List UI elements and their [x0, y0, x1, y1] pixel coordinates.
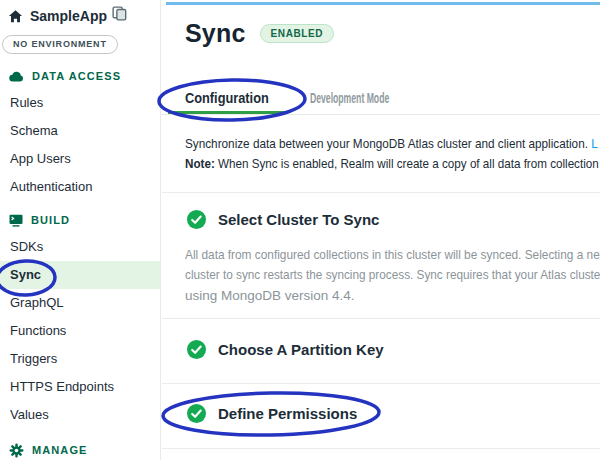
sidebar-item-graphql[interactable]: GraphQL — [0, 289, 160, 317]
app-header[interactable]: SampleApp — [0, 0, 160, 26]
sidebar-item-sdks[interactable]: SDKs — [0, 233, 160, 261]
sidebar-item-app-users[interactable]: App Users — [0, 145, 160, 173]
realm-sync-page: SampleApp NO ENVIRONMENT DATA ACCESS Rul… — [0, 0, 600, 460]
step-title: Define Permissions — [218, 405, 357, 422]
sidebar: SampleApp NO ENVIRONMENT DATA ACCESS Rul… — [0, 0, 161, 460]
environment-badge: NO ENVIRONMENT — [2, 35, 118, 54]
section-header-manage: MANAGE — [0, 443, 160, 457]
sidebar-item-rules[interactable]: Rules — [0, 89, 160, 117]
status-badge: ENABLED — [260, 24, 335, 43]
step-description-line: cluster to sync restarts the syncing pro… — [185, 267, 600, 282]
check-circle-icon — [187, 340, 206, 359]
step-choose-partition-key: Choose A Partition Key — [187, 340, 384, 359]
step-select-cluster: Select Cluster To Sync — [187, 210, 379, 229]
divider — [162, 318, 600, 319]
divider — [162, 192, 600, 193]
learn-more-link[interactable]: L — [591, 136, 598, 151]
app-name: SampleApp — [30, 8, 107, 24]
note-text: Note: When Sync is enabled, Realm will c… — [185, 156, 599, 171]
note-sentence: When Sync is enabled, Realm will create … — [215, 156, 599, 171]
step-title: Select Cluster To Sync — [218, 211, 379, 228]
divider — [162, 448, 600, 449]
sidebar-item-sync[interactable]: Sync — [0, 261, 160, 289]
sidebar-item-triggers[interactable]: Triggers — [0, 345, 160, 373]
page-title: Sync — [185, 19, 246, 48]
sidebar-item-functions[interactable]: Functions — [0, 317, 160, 345]
step-description-line: All data from configured collections in … — [185, 247, 600, 262]
home-icon — [8, 9, 23, 24]
section-header-build: BUILD — [0, 213, 160, 227]
divider — [162, 383, 600, 384]
tab-development-mode[interactable]: Development Mode — [310, 90, 389, 106]
section-header-data-access: DATA ACCESS — [0, 69, 160, 83]
step-title: Choose A Partition Key — [218, 341, 384, 358]
sidebar-item-values[interactable]: Values — [0, 401, 160, 429]
title-row: Sync ENABLED — [185, 19, 334, 48]
section-label: MANAGE — [32, 444, 88, 456]
note-label: Note: — [185, 156, 215, 171]
section-label: DATA ACCESS — [32, 70, 121, 82]
gear-icon — [9, 443, 24, 458]
sidebar-item-authentication[interactable]: Authentication — [0, 173, 160, 201]
check-circle-icon — [187, 404, 206, 423]
copy-icon[interactable] — [112, 6, 127, 21]
tab-configuration[interactable]: Configuration — [185, 90, 269, 106]
intro-text: Synchronize data between your MongoDB At… — [185, 136, 598, 151]
cloud-icon — [9, 71, 24, 82]
check-circle-icon — [187, 210, 206, 229]
sidebar-item-https-endpoints[interactable]: HTTPS Endpoints — [0, 373, 160, 401]
section-label: BUILD — [31, 214, 70, 226]
sidebar-item-schema[interactable]: Schema — [0, 117, 160, 145]
intro-sentence: Synchronize data between your MongoDB At… — [185, 136, 591, 151]
step-define-permissions: Define Permissions — [187, 404, 357, 423]
tabs-bottom-border — [161, 114, 600, 115]
top-accent-line — [166, 2, 600, 5]
monitor-icon — [9, 214, 23, 227]
step-description-line: using MongoDB version 4.4. — [185, 288, 355, 303]
environment-badge-wrap: NO ENVIRONMENT — [0, 33, 160, 54]
